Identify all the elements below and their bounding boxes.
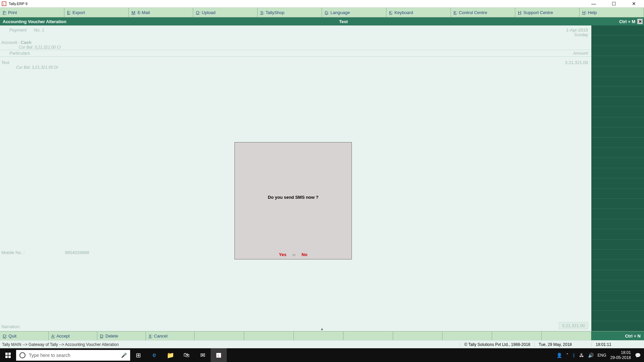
menu-control-centre[interactable]: K: Control Centre bbox=[451, 8, 515, 17]
sidebar-slot[interactable] bbox=[591, 56, 644, 66]
sidebar-slot[interactable] bbox=[591, 270, 644, 280]
close-button[interactable]: ✕ bbox=[627, 0, 641, 7]
work-area: Payment No. 1 1-Apr-2018Sunday Account :… bbox=[0, 25, 591, 331]
dialog-or-text: or bbox=[292, 253, 296, 257]
people-icon[interactable]: 👤 bbox=[556, 353, 562, 358]
menu-keyboard[interactable]: K: Keyboard bbox=[386, 8, 451, 17]
sidebar-slot[interactable] bbox=[591, 158, 644, 168]
ledger-balance: 3,21,321.00 Dr bbox=[32, 65, 58, 70]
edge-icon[interactable]: e bbox=[146, 348, 162, 362]
taskbar-clock[interactable]: 18:01 29-05-2018 bbox=[610, 350, 631, 360]
sidebar-slot[interactable] bbox=[591, 189, 644, 199]
sidebar-slot[interactable] bbox=[591, 321, 644, 331]
voucher-type: Payment bbox=[9, 27, 26, 33]
copyright: © Tally Solutions Pvt Ltd., 1988-2018 bbox=[460, 342, 534, 347]
sidebar-slot[interactable] bbox=[591, 117, 644, 127]
bluetooth-icon[interactable]: ᛒ bbox=[573, 353, 575, 358]
task-view-icon[interactable]: ⊞ bbox=[130, 348, 146, 362]
file-explorer-icon[interactable]: 📁 bbox=[162, 348, 178, 362]
right-button-bar bbox=[591, 25, 644, 331]
bottom-quit[interactable]: Q: Quit bbox=[0, 331, 49, 340]
mail-icon[interactable]: ✉ bbox=[195, 348, 211, 362]
sidebar-slot[interactable] bbox=[591, 229, 644, 239]
svg-rect-5 bbox=[8, 356, 11, 358]
dialog-no-button[interactable]: No bbox=[302, 252, 307, 257]
sidebar-slot[interactable] bbox=[591, 86, 644, 97]
narration-label: Narration: bbox=[1, 324, 20, 329]
sidebar-slot[interactable] bbox=[591, 250, 644, 260]
menu-tallyshop[interactable]: S: TallyShop bbox=[258, 8, 322, 17]
sidebar-slot[interactable] bbox=[591, 260, 644, 270]
language-indicator[interactable]: ENG bbox=[598, 353, 606, 358]
notifications-icon[interactable]: 💬 bbox=[635, 353, 641, 358]
sidebar-slot[interactable] bbox=[591, 219, 644, 229]
bottom-accept[interactable]: A: Accept bbox=[49, 331, 97, 340]
svg-rect-4 bbox=[5, 356, 8, 358]
sidebar-slot[interactable] bbox=[591, 66, 644, 76]
store-icon[interactable]: 🛍 bbox=[178, 348, 195, 362]
mic-icon[interactable]: 🎤 bbox=[121, 353, 127, 358]
maximize-button[interactable]: ☐ bbox=[607, 0, 621, 7]
status-bar: Tally MAIN --> Gateway of Tally --> Acco… bbox=[0, 340, 644, 348]
sidebar-slot[interactable] bbox=[591, 291, 644, 301]
account-name: Cash bbox=[21, 40, 32, 45]
start-button[interactable] bbox=[0, 348, 16, 362]
mobile-value: 9954028888 bbox=[65, 250, 89, 255]
bottom-cancel[interactable]: X: Cancel bbox=[146, 331, 195, 340]
svg-rect-2 bbox=[5, 353, 8, 355]
sidebar-slot[interactable] bbox=[591, 76, 644, 86]
volume-icon[interactable]: 🔊 bbox=[588, 353, 594, 358]
sidebar-slot[interactable] bbox=[591, 280, 644, 290]
minimize-button[interactable]: — bbox=[587, 0, 600, 7]
sidebar-slot[interactable] bbox=[591, 209, 644, 219]
sidebar-slot[interactable] bbox=[591, 168, 644, 178]
bottom-delete[interactable]: D: Delete bbox=[97, 331, 146, 340]
titlebar: t Tally.ERP 9 — ☐ ✕ bbox=[0, 0, 644, 8]
sidebar-slot[interactable] bbox=[591, 301, 644, 311]
voucher-no: No. 1 bbox=[34, 27, 44, 33]
sidebar-slot[interactable] bbox=[591, 199, 644, 209]
menu-export[interactable]: E: Export bbox=[64, 8, 129, 17]
header-close-icon[interactable]: ✕ bbox=[637, 19, 643, 24]
menu-email[interactable]: M: E-Mail bbox=[129, 8, 193, 17]
expand-arrow-icon[interactable]: ▲ bbox=[320, 327, 324, 331]
sidebar-slot[interactable] bbox=[591, 36, 644, 46]
menu-help[interactable]: H: Help bbox=[580, 8, 644, 17]
sidebar-slot[interactable] bbox=[591, 311, 644, 321]
bottom-menu: Q: Quit A: Accept D: Delete X: Cancel Ct… bbox=[0, 331, 644, 340]
tally-taskbar-icon[interactable]: t bbox=[211, 348, 227, 362]
screen-header: Accounting Voucher Alteration Test Ctrl … bbox=[0, 17, 644, 25]
particulars-header: Particulars bbox=[9, 51, 573, 56]
mobile-label: Mobile No. : bbox=[1, 250, 24, 255]
dialog-message: Do you send SMS now ? bbox=[235, 142, 352, 252]
screen-title: Accounting Voucher Alteration bbox=[0, 19, 69, 24]
menu-upload[interactable]: O: Upload bbox=[193, 8, 258, 17]
svg-text:t: t bbox=[218, 354, 219, 358]
ledger-amount: 3,21,321.00 bbox=[565, 60, 588, 70]
windows-taskbar: Type here to search 🎤 ⊞ e 📁 🛍 ✉ t 👤 ˄ ᛒ … bbox=[0, 348, 644, 362]
sidebar-slot[interactable] bbox=[591, 137, 644, 147]
sidebar-slot[interactable] bbox=[591, 148, 644, 158]
header-shortcut: Ctrl + M bbox=[619, 19, 635, 24]
sidebar-slot[interactable] bbox=[591, 178, 644, 188]
sidebar-slot[interactable] bbox=[591, 107, 644, 117]
account-label: Account : bbox=[1, 40, 19, 45]
network-icon[interactable]: 🖧 bbox=[579, 353, 584, 358]
account-balance: 3,21,321.00 Cr bbox=[35, 45, 61, 50]
menu-support-centre[interactable]: H: Support Centre bbox=[515, 8, 580, 17]
sidebar-slot[interactable] bbox=[591, 46, 644, 56]
sidebar-slot[interactable] bbox=[591, 25, 644, 36]
amount-header: Amount bbox=[573, 51, 588, 56]
menu-language[interactable]: G: Language bbox=[322, 8, 386, 17]
cortana-icon bbox=[19, 352, 25, 358]
sidebar-slot[interactable] bbox=[591, 240, 644, 250]
tray-chevron-icon[interactable]: ˄ bbox=[566, 353, 569, 358]
taskbar-search[interactable]: Type here to search 🎤 bbox=[16, 350, 130, 361]
menu-print[interactable]: P: Print bbox=[0, 8, 64, 17]
sidebar-slot[interactable] bbox=[591, 127, 644, 137]
calculator-shortcut[interactable]: Ctrl + N bbox=[591, 331, 644, 340]
sidebar-slot[interactable] bbox=[591, 97, 644, 107]
dialog-yes-button[interactable]: Yes bbox=[279, 252, 286, 257]
sms-confirm-dialog: Do you send SMS now ? Yes or No bbox=[234, 142, 352, 259]
company-name: Test bbox=[69, 19, 618, 24]
